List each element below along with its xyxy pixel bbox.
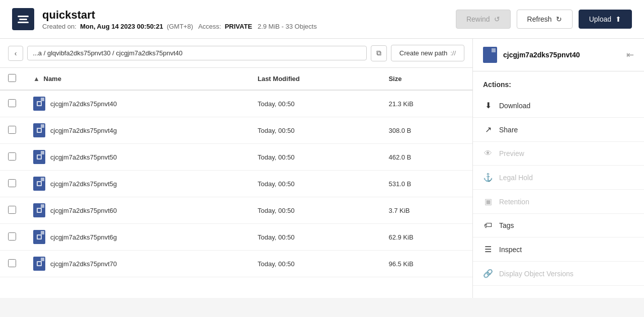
download-label: Download [499,102,530,110]
row-checkbox-cell [0,117,25,144]
file-icon-inner [37,101,42,106]
row-modified-cell: Today, 00:50 [250,90,380,117]
create-path-button[interactable]: Create new path :// [391,45,464,61]
row-size-cell: 462.0 B [380,144,472,171]
action-preview: 👁 Preview [473,142,644,166]
file-table: ▲ Name Last Modified Size [0,68,472,298]
select-all-checkbox[interactable] [8,74,16,82]
file-panel: ‹ ...a / glqvibfa2dks75pnvt30 / cjcgjm7a… [0,39,473,298]
legal-hold-icon: ⚓ [483,173,493,182]
bucket-info: quickstart Created on: Mon, Aug 14 2023 … [42,9,317,30]
action-download[interactable]: ⬇ Download [473,94,644,118]
tags-label: Tags [499,221,514,229]
file-name: cjcgjm7a2dks75pnvt5g [50,180,117,188]
detail-actions-list: ⬇ Download ↗ Share 👁 Preview ⚓ Legal Hol… [473,94,644,286]
file-name: cjcgjm7a2dks75pnvt60 [50,207,117,214]
rewind-icon: ↺ [494,15,500,23]
file-name-cell: cjcgjm7a2dks75pnvt5g [33,177,242,191]
detail-panel: cjcgjm7a2dks75pnvt40 ⇤ Actions: ⬇ Downlo… [473,39,644,298]
name-col[interactable]: ▲ Name [25,68,250,90]
file-name-cell: cjcgjm7a2dks75pnvt6g [33,230,242,244]
created-date: Mon, Aug 14 2023 00:50:21 [80,23,163,30]
row-checkbox-cell [0,90,25,117]
refresh-button[interactable]: Refresh ↻ [517,10,573,29]
refresh-icon: ↻ [556,15,562,23]
table-row[interactable]: cjcgjm7a2dks75pnvt70 Today, 00:50 96.5 K… [0,251,472,277]
access-value: PRIVATE [225,23,252,30]
download-icon: ⬇ [483,101,493,110]
retention-icon: ▣ [483,197,493,206]
table-row[interactable]: cjcgjm7a2dks75pnvt50 Today, 00:50 462.0 … [0,144,472,171]
row-name-cell: cjcgjm7a2dks75pnvt4g [25,117,250,144]
row-size-cell: 308.0 B [380,117,472,144]
header-left: quickstart Created on: Mon, Aug 14 2023 … [12,8,317,30]
share-label: Share [499,126,518,134]
main-content: ‹ ...a / glqvibfa2dks75pnvt30 / cjcgjm7a… [0,39,644,298]
row-checkbox[interactable] [8,152,16,161]
row-size-cell: 96.5 KiB [380,251,472,277]
row-checkbox[interactable] [8,99,16,107]
action-retention: ▣ Retention [473,190,644,214]
table-row[interactable]: cjcgjm7a2dks75pnvt40 Today, 00:50 21.3 K… [0,90,472,117]
actions-heading: Actions: [473,73,644,94]
action-display-versions: 🔗 Display Object Versions [473,262,644,286]
select-all-col [0,68,25,90]
path-display: ...a / glqvibfa2dks75pnvt30 / cjcgjm7a2d… [27,46,367,60]
file-rows: cjcgjm7a2dks75pnvt40 Today, 00:50 21.3 K… [0,90,472,277]
bucket-meta: Created on: Mon, Aug 14 2023 00:50:21 (G… [42,23,317,30]
row-modified-cell: Today, 00:50 [250,144,380,171]
row-size-cell: 531.0 B [380,171,472,197]
row-modified-cell: Today, 00:50 [250,117,380,144]
rewind-button[interactable]: Rewind ↺ [456,10,511,29]
row-size-cell: 62.9 KiB [380,224,472,251]
row-size-cell: 21.3 KiB [380,90,472,117]
col-name-label: Name [44,75,61,83]
table-row[interactable]: cjcgjm7a2dks75pnvt60 Today, 00:50 3.7 Ki… [0,197,472,224]
back-button[interactable]: ‹ [8,46,23,61]
row-checkbox-cell [0,224,25,251]
row-name-cell: cjcgjm7a2dks75pnvt50 [25,144,250,171]
detail-filename: cjcgjm7a2dks75pnvt40 [503,51,580,59]
row-checkbox-cell [0,171,25,197]
upload-button[interactable]: Upload ⬆ [579,10,632,29]
bucket-size: 2.9 MiB - 33 Objects [258,23,317,30]
file-name-cell: cjcgjm7a2dks75pnvt70 [33,257,242,271]
header: quickstart Created on: Mon, Aug 14 2023 … [0,0,644,39]
file-name: cjcgjm7a2dks75pnvt70 [50,260,117,268]
row-checkbox-cell [0,251,25,277]
table-row[interactable]: cjcgjm7a2dks75pnvt6g Today, 00:50 62.9 K… [0,224,472,251]
legal-hold-label: Legal Hold [499,174,533,182]
create-path-icon: :// [450,49,456,57]
row-checkbox[interactable] [8,259,16,267]
table-row[interactable]: cjcgjm7a2dks75pnvt5g Today, 00:50 531.0 … [0,171,472,197]
access-label: Access: [198,23,221,30]
action-tags[interactable]: 🏷 Tags [473,214,644,237]
action-inspect[interactable]: ☰ Inspect [473,237,644,262]
file-name-cell: cjcgjm7a2dks75pnvt60 [33,203,242,217]
file-name: cjcgjm7a2dks75pnvt50 [50,153,117,161]
rewind-label: Rewind [466,15,490,23]
row-name-cell: cjcgjm7a2dks75pnvt60 [25,197,250,224]
retention-label: Retention [499,198,529,206]
detail-close-button[interactable]: ⇤ [626,50,634,59]
row-checkbox[interactable] [8,179,16,187]
size-col[interactable]: Size [380,68,472,90]
modified-col[interactable]: Last Modified [250,68,380,90]
bucket-name: quickstart [42,9,317,22]
timezone: (GMT+8) [167,23,193,30]
file-icon-inner [37,261,42,266]
display-versions-label: Display Object Versions [499,270,574,278]
row-modified-cell: Today, 00:50 [250,171,380,197]
file-icon-inner [37,208,42,213]
row-checkbox[interactable] [8,232,16,241]
copy-path-button[interactable]: ⧉ [371,45,387,61]
row-checkbox[interactable] [8,206,16,214]
table-row[interactable]: cjcgjm7a2dks75pnvt4g Today, 00:50 308.0 … [0,117,472,144]
action-legal-hold: ⚓ Legal Hold [473,166,644,190]
row-name-cell: cjcgjm7a2dks75pnvt6g [25,224,250,251]
row-modified-cell: Today, 00:50 [250,197,380,224]
detail-actions-section: Actions: ⬇ Download ↗ Share 👁 Preview ⚓ … [473,71,644,288]
row-checkbox[interactable] [8,126,16,134]
action-share[interactable]: ↗ Share [473,118,644,142]
detail-header-left: cjcgjm7a2dks75pnvt40 [483,47,580,63]
